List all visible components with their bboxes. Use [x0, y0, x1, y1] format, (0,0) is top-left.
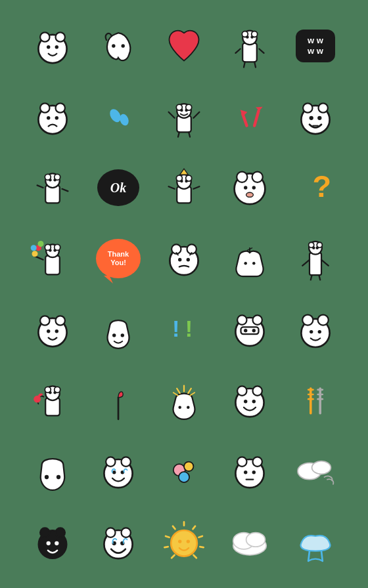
sticker-cell-8[interactable] — [151, 81, 217, 152]
svg-point-103 — [47, 329, 50, 333]
svg-point-75 — [32, 251, 38, 257]
svg-line-182 — [173, 526, 175, 530]
sticker-cell-1[interactable] — [20, 10, 85, 81]
svg-point-167 — [40, 528, 49, 537]
sticker-cell-19[interactable] — [217, 223, 283, 294]
svg-line-51 — [62, 189, 68, 192]
svg-line-192 — [321, 551, 323, 561]
svg-point-49 — [53, 178, 57, 182]
svg-text:?: ? — [313, 169, 332, 203]
svg-point-156 — [184, 462, 193, 471]
svg-text:!: ! — [185, 316, 193, 341]
sticker-cell-13[interactable] — [151, 152, 217, 223]
svg-point-94 — [312, 247, 315, 250]
svg-line-14 — [259, 49, 264, 53]
svg-point-114 — [252, 329, 256, 332]
svg-point-3 — [47, 45, 50, 49]
svg-point-113 — [244, 329, 247, 332]
sticker-cell-4[interactable] — [217, 10, 283, 81]
svg-point-186 — [178, 539, 181, 543]
svg-point-190 — [246, 533, 265, 547]
svg-line-178 — [193, 526, 196, 530]
svg-point-118 — [310, 330, 313, 333]
sticker-cell-12[interactable]: Ok — [85, 152, 151, 223]
svg-point-157 — [179, 472, 189, 482]
svg-point-165 — [312, 461, 331, 474]
sticker-cell-34[interactable] — [217, 436, 283, 507]
svg-point-148 — [45, 475, 49, 479]
svg-point-40 — [319, 103, 328, 112]
svg-point-19 — [56, 103, 65, 112]
sticker-cell-6[interactable] — [20, 81, 85, 152]
svg-point-151 — [106, 457, 115, 466]
sticker-cell-36[interactable] — [20, 507, 85, 578]
svg-point-106 — [121, 333, 124, 337]
svg-point-6 — [122, 44, 125, 47]
sticker-cell-7[interactable] — [85, 81, 151, 152]
svg-line-97 — [321, 260, 329, 266]
svg-line-134 — [190, 392, 195, 396]
sticker-cell-28[interactable] — [151, 365, 217, 436]
svg-line-131 — [177, 388, 180, 393]
svg-line-32 — [178, 132, 179, 136]
svg-line-15 — [244, 62, 245, 67]
svg-point-83 — [187, 258, 190, 261]
svg-point-149 — [57, 475, 60, 479]
sticker-cell-38[interactable] — [151, 507, 217, 578]
sticker-cell-3[interactable] — [151, 10, 217, 81]
sticker-cell-18[interactable] — [151, 223, 217, 294]
sticker-cell-24[interactable] — [217, 294, 283, 365]
svg-point-56 — [180, 180, 183, 183]
svg-line-60 — [193, 186, 199, 189]
svg-line-30 — [169, 112, 175, 118]
sticker-cell-39[interactable] — [217, 507, 283, 578]
sticker-cell-33[interactable] — [151, 436, 217, 507]
sticker-cell-16[interactable] — [20, 223, 85, 294]
svg-point-136 — [237, 386, 246, 395]
sticker-cell-35[interactable] — [283, 436, 348, 507]
svg-point-73 — [53, 249, 57, 252]
svg-point-42 — [317, 116, 321, 120]
sticker-cell-25[interactable] — [283, 294, 348, 365]
svg-line-31 — [193, 112, 199, 118]
svg-point-152 — [122, 457, 131, 466]
svg-point-2 — [56, 32, 65, 41]
sticker-cell-27[interactable] — [85, 365, 151, 436]
svg-line-191 — [308, 551, 310, 561]
svg-point-111 — [253, 315, 262, 324]
sticker-cell-9[interactable] — [217, 81, 283, 152]
sticker-cell-40[interactable] — [283, 507, 348, 578]
svg-point-162 — [252, 471, 256, 474]
svg-line-132 — [188, 388, 191, 393]
svg-line-36 — [254, 111, 258, 126]
svg-point-39 — [303, 103, 312, 112]
svg-rect-112 — [241, 327, 259, 334]
svg-point-57 — [185, 180, 188, 183]
sticker-cell-5[interactable]: w ww w — [283, 10, 348, 81]
svg-point-29 — [185, 109, 188, 112]
sticker-cell-31[interactable] — [20, 436, 85, 507]
sticker-cell-23[interactable]: ! ! — [151, 294, 217, 365]
sticker-cell-17[interactable]: ThankYou! — [85, 223, 151, 294]
svg-point-125 — [53, 391, 57, 394]
sticker-cell-37[interactable] — [85, 507, 151, 578]
sticker-cell-26[interactable] — [20, 365, 85, 436]
svg-line-133 — [173, 392, 178, 396]
svg-point-78 — [38, 241, 44, 247]
sticker-cell-11[interactable] — [20, 152, 85, 223]
sticker-cell-20[interactable] — [283, 223, 348, 294]
svg-point-170 — [55, 541, 58, 545]
sticker-cell-29[interactable] — [217, 365, 283, 436]
svg-point-1 — [40, 32, 49, 41]
sticker-cell-21[interactable] — [20, 294, 85, 365]
svg-point-102 — [56, 316, 65, 325]
sticker-cell-15[interactable]: ? — [283, 152, 348, 223]
sticker-cell-2[interactable] — [85, 10, 151, 81]
sticker-cell-32[interactable] — [85, 436, 151, 507]
sticker-cell-30[interactable] — [283, 365, 348, 436]
sticker-cell-22[interactable] — [85, 294, 151, 365]
svg-line-184 — [164, 547, 168, 547]
sticker-cell-10[interactable] — [283, 81, 348, 152]
sticker-cell-14[interactable] — [217, 152, 283, 223]
svg-point-124 — [49, 391, 52, 394]
